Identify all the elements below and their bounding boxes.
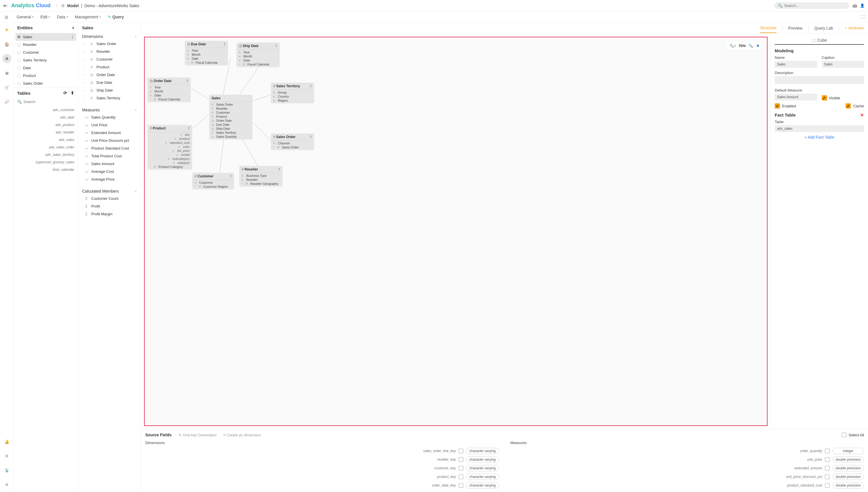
field-checkbox[interactable] [825, 483, 829, 488]
tab-preview[interactable]: Preview [788, 24, 802, 33]
field-type[interactable]: double precision [833, 474, 864, 480]
share-icon[interactable]: ⤴ [187, 79, 188, 83]
node-field-row[interactable]: ≡Year [148, 85, 191, 89]
user-avatar-icon[interactable]: 👤 [860, 3, 865, 8]
measure-item[interactable]: ▭Average Price [78, 175, 141, 183]
node-hierarchy-row[interactable]: ›HSales Order [271, 145, 314, 149]
table-row[interactable]: supermart_grocery_sales [14, 158, 74, 166]
add-dimension-icon[interactable]: + [134, 34, 137, 39]
bot-icon[interactable]: 🤖 [852, 3, 857, 8]
node-field-row[interactable]: ▭Sales Quantity [209, 134, 252, 139]
node-field-row[interactable]: #Sales Territory [209, 131, 252, 134]
node-field-row[interactable]: ≡product [148, 137, 192, 141]
dimension-item[interactable]: ›◷Order Date [78, 71, 141, 79]
node-due-date[interactable]: ◷ Due Date⤴ ≡Year≡Month≡Date›HFiscal Cal… [185, 41, 228, 65]
select-all-checkbox[interactable] [842, 433, 846, 437]
node-field-row[interactable]: ≡subcategory [148, 157, 192, 161]
node-field-row[interactable]: ◷Due Date [209, 123, 252, 127]
node-hierarchy-row[interactable]: ›HFiscal Calendar [237, 62, 279, 66]
node-hierarchy-row[interactable]: ›HProduct Category [148, 165, 192, 169]
field-checkbox[interactable] [825, 457, 829, 462]
measure-item[interactable]: ▭Average Cost [78, 168, 141, 175]
node-sales-territory[interactable]: # Sales Territory⤴ ≡Group≡Country≡Region [271, 83, 314, 103]
table-row[interactable]: adv_reseller [14, 129, 74, 136]
table-row[interactable]: adv_date [14, 114, 74, 121]
node-field-row[interactable]: ≡color [148, 145, 192, 149]
node-sales-order[interactable]: # Sales Order⤴ ≡Channel›HSales Order [271, 133, 314, 150]
menu-management[interactable]: Management▾ [75, 15, 101, 19]
measure-item[interactable]: ▭Total Product Cost [78, 152, 141, 160]
table-row[interactable]: adv_customer [14, 106, 74, 114]
calc-item[interactable]: ΣProfit [78, 202, 141, 210]
node-field-row[interactable]: ≡category [148, 161, 192, 165]
dimension-item[interactable]: ›#Reseller [78, 48, 141, 55]
node-field-row[interactable]: ≡Channel [271, 141, 314, 145]
node-hierarchy-row[interactable]: ›HFiscal Calendar [185, 60, 228, 65]
field-type[interactable]: character varying [466, 448, 499, 454]
node-field-row[interactable]: #Product [209, 115, 252, 119]
menu-edit[interactable]: Edit▾ [41, 15, 50, 19]
menu-toggle-icon[interactable]: ⇤ [3, 3, 8, 9]
create-dim-action[interactable]: #Create an dimension [223, 433, 261, 437]
node-field-row[interactable]: ≡sku [148, 132, 192, 137]
dimension-item[interactable]: ›#Customer [78, 55, 141, 63]
field-type[interactable]: character varying [466, 457, 499, 463]
add-fact-table-button[interactable]: + Add Fact Table [775, 132, 864, 142]
rail-add[interactable]: + [2, 25, 11, 34]
rail-model-icon[interactable]: ⚙ [2, 54, 11, 63]
calc-item[interactable]: ΣCustomer Count [78, 195, 141, 202]
node-field-row[interactable]: ≡Customer [192, 180, 234, 184]
field-checkbox[interactable] [825, 449, 829, 453]
cache-checkbox[interactable]: ✓ [846, 103, 851, 108]
zoom-out-icon[interactable]: 🔍- [748, 44, 754, 48]
back-icon[interactable]: 〈 [54, 3, 58, 8]
node-sales[interactable]: Sales #Sales Order#Reseller#Customer#Pro… [209, 95, 252, 139]
menubar-home-icon[interactable]: ▦ [5, 15, 8, 19]
table-row[interactable]: adv_sales_order [14, 144, 74, 151]
share-icon[interactable]: ⤴ [188, 127, 190, 130]
logo[interactable]: Analytics Cloud [11, 3, 51, 8]
rail-bell-icon[interactable]: 🔔 [2, 437, 11, 446]
cube-tab[interactable]: ⬚Cube [775, 36, 864, 45]
measure-item[interactable]: ▭Unit Price Discount pct [78, 137, 141, 144]
tab-querylab[interactable]: Query Lab [814, 24, 833, 33]
node-customer[interactable]: # Customer⤴ ≡Customer›HCustomer Region [192, 173, 234, 189]
measure-item[interactable]: ▭Unit Price [78, 121, 141, 129]
table-row[interactable]: adv_product [14, 121, 74, 129]
node-field-row[interactable]: ≡Year [237, 50, 279, 54]
node-field-row[interactable]: ≡Region [271, 98, 314, 102]
node-hierarchy-row[interactable]: ›HCustomer Region [192, 184, 234, 189]
share-icon[interactable]: ⤴ [224, 43, 226, 46]
enabled-checkbox[interactable]: ✓ [775, 103, 780, 108]
add-measure-icon[interactable]: + [134, 108, 137, 112]
more-icon[interactable]: ⋮ [71, 35, 74, 39]
field-checkbox[interactable] [825, 474, 829, 479]
field-checkbox[interactable] [459, 457, 463, 462]
rail-trend-icon[interactable]: 📈 [2, 97, 11, 106]
node-field-row[interactable]: #Customer [209, 110, 252, 115]
rail-dashboard-icon[interactable]: ▦ [2, 68, 11, 77]
rail-cart-icon[interactable]: 🛒 [2, 83, 11, 92]
node-field-row[interactable]: ≡Month [237, 54, 279, 58]
menu-data[interactable]: Data▾ [57, 15, 68, 19]
node-field-row[interactable]: ≡model [148, 153, 192, 157]
menu-general[interactable]: General▾ [17, 15, 33, 19]
share-icon[interactable]: ⤴ [276, 44, 277, 48]
search-input[interactable] [784, 3, 846, 8]
diagram-canvas[interactable]: 🔍+ 70% 🔍- ✱ ◷ Due Date⤴ ≡Year≡Month≡Date… [141, 34, 770, 429]
dimension-item[interactable]: ›◷Due Date [78, 79, 141, 87]
calc-item[interactable]: ΣProfit Margin [78, 210, 141, 218]
node-field-row[interactable]: ≡Business Type [240, 174, 282, 178]
field-checkbox[interactable] [459, 474, 463, 479]
measure-item[interactable]: ▭Sales Quantity [78, 114, 141, 121]
share-icon[interactable]: ⤴ [278, 168, 280, 171]
node-field-row[interactable]: ≡Year [185, 49, 228, 52]
node-product[interactable]: # Product⤴ ≡sku≡product≡standard_cost≡co… [148, 125, 192, 169]
tab-attributes[interactable]: ⟐Attributes [845, 26, 864, 30]
measure-item[interactable]: ▭Sales Amount [78, 160, 141, 168]
node-field-row[interactable]: ◷Ship Date [209, 127, 252, 131]
field-checkbox[interactable] [459, 466, 463, 470]
upload-icon[interactable]: ⬆ [71, 91, 74, 95]
table-row[interactable]: time_calendar [14, 166, 74, 173]
node-hierarchy-row[interactable]: ›HReseller Geography [240, 182, 282, 186]
